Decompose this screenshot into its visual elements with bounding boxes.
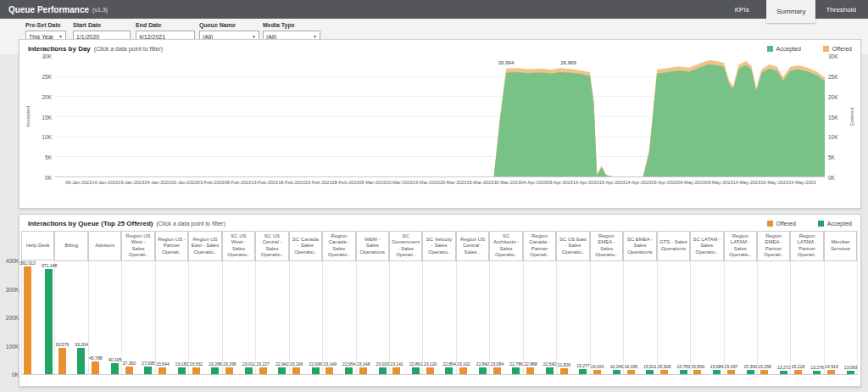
- x-axis-date: 09-May-2023: [705, 180, 732, 185]
- offered-bar[interactable]: [392, 367, 400, 374]
- accepted-bar[interactable]: [178, 367, 186, 374]
- offered-bar[interactable]: [159, 367, 166, 374]
- offered-bar[interactable]: [192, 367, 200, 374]
- x-axis-date: 04-Apr-2023: [520, 180, 547, 185]
- queue-header: SC LATAM - Sales Operatio..: [690, 231, 723, 261]
- offered-bar[interactable]: [58, 348, 66, 374]
- offered-bar[interactable]: [693, 370, 701, 374]
- queue-header: Region US East - Sales Operatio..: [188, 231, 221, 261]
- accepted-bar[interactable]: [144, 367, 152, 374]
- offered-bar[interactable]: [794, 370, 802, 374]
- y-axis-tick: 10K: [42, 134, 52, 140]
- legend-item[interactable]: Accepted: [818, 221, 852, 227]
- offered-bar[interactable]: [125, 367, 133, 374]
- queue-column: Region LATAM - Sales Operatio..15,43715,…: [725, 231, 758, 374]
- left-axis-title: Accepted: [23, 56, 33, 177]
- y-axis-tick: 0K: [12, 372, 19, 378]
- accepted-bar[interactable]: [546, 367, 554, 374]
- queue-column: Advisors45,78840,195: [89, 231, 122, 374]
- offered-bar[interactable]: [326, 367, 333, 374]
- accepted-bar[interactable]: [77, 348, 85, 374]
- accepted-bar[interactable]: [646, 370, 654, 374]
- offered-bar[interactable]: [560, 368, 568, 374]
- bar-value-label: 22,954: [342, 361, 356, 367]
- accepted-bar[interactable]: [579, 369, 587, 374]
- x-axis-dates: 09-Jan-202314-Jan-202319-Jan-202324-Jan-…: [55, 177, 825, 185]
- bar-group: 23,268: [209, 261, 222, 374]
- offered-bar[interactable]: [593, 370, 601, 375]
- queue-bars: 23,54423,182: [156, 261, 188, 374]
- end-date-label: End Date: [136, 22, 195, 28]
- accepted-bar[interactable]: [780, 371, 787, 374]
- bar-group: 23,148: [357, 261, 370, 374]
- tab-threshold[interactable]: Threshold: [815, 0, 866, 19]
- accepted-bar[interactable]: [445, 367, 453, 374]
- offered-bar[interactable]: [24, 266, 31, 374]
- queue-column: Billing93,57993,204: [55, 231, 88, 374]
- offered-bar[interactable]: [426, 367, 434, 374]
- bar-group: 22,988: [524, 261, 537, 374]
- offered-bar[interactable]: [827, 370, 835, 374]
- offered-bar[interactable]: [526, 367, 534, 374]
- area-series[interactable]: [55, 56, 825, 176]
- bar-group: 23,149: [323, 261, 337, 374]
- bar-group: 22,786: [509, 261, 523, 374]
- offered-bar[interactable]: [493, 367, 501, 374]
- accepted-bar[interactable]: [813, 371, 821, 374]
- accepted-bar[interactable]: [479, 367, 487, 374]
- accepted-bar[interactable]: [211, 367, 219, 374]
- offered-bar[interactable]: [92, 361, 99, 374]
- offered-bar[interactable]: [760, 370, 768, 374]
- accepted-bar[interactable]: [245, 367, 253, 374]
- accepted-bar[interactable]: [412, 367, 420, 374]
- offered-bar[interactable]: [459, 367, 467, 374]
- bar-group: 22,542: [543, 261, 557, 374]
- accepted-bar[interactable]: [747, 370, 754, 374]
- start-date-label: Start Date: [73, 22, 131, 28]
- queue-column: SC US East - Sales Operatio..21,82619,27…: [557, 231, 590, 374]
- accepted-bar[interactable]: [312, 367, 320, 374]
- legend-item[interactable]: Offered: [767, 221, 796, 227]
- accepted-bar[interactable]: [379, 367, 387, 374]
- queue-columns: Help Desk392,013371,148Billing93,57993,2…: [21, 231, 858, 375]
- accepted-bar[interactable]: [345, 367, 353, 374]
- x-axis-date: 09-Jan-2023: [65, 180, 92, 185]
- accepted-bar[interactable]: [613, 370, 620, 374]
- accepted-bar[interactable]: [847, 371, 854, 374]
- offered-bar[interactable]: [660, 370, 668, 374]
- bar-value-label: 23,268: [209, 361, 222, 367]
- bar-value-label: 15,928: [658, 364, 671, 369]
- queue-header: SC Government - Sales Operati..: [389, 231, 422, 261]
- accepted-bar[interactable]: [512, 367, 520, 374]
- bar-group: 22,954: [342, 261, 356, 374]
- queue-column: Member Services14,91913,093: [825, 231, 858, 374]
- queue-bars: 27,36027,095: [122, 261, 154, 374]
- bar-value-label: 21,826: [557, 362, 570, 367]
- queue-header: Region US West - Sales Operati..: [121, 231, 154, 261]
- accepted-bar[interactable]: [713, 370, 721, 374]
- offered-bar[interactable]: [727, 370, 735, 374]
- offered-bar[interactable]: [259, 367, 267, 374]
- queue-column: SC US Central - Sales Operatio..23,22722…: [256, 231, 289, 374]
- tab-kpis[interactable]: KPIs: [717, 0, 766, 19]
- tab-summary[interactable]: Summary: [766, 0, 815, 23]
- queue-header: Region EMEA - Partner Operati..: [757, 231, 790, 261]
- day-area-chart[interactable]: 26,99426,969: [55, 56, 825, 177]
- x-axis-date: 04-May-2023: [677, 180, 704, 185]
- accepted-bar[interactable]: [111, 363, 119, 374]
- offered-bar[interactable]: [225, 367, 233, 374]
- offered-bar[interactable]: [627, 370, 635, 374]
- legend-item[interactable]: Offered: [823, 46, 852, 52]
- accepted-area[interactable]: [55, 64, 825, 176]
- queue-column: Region US East - Sales Operatio..23,5322…: [189, 231, 222, 374]
- accepted-bar[interactable]: [680, 370, 687, 374]
- offered-bar[interactable]: [292, 367, 300, 374]
- accepted-bar[interactable]: [278, 367, 286, 374]
- bar-value-label: 93,204: [75, 342, 88, 347]
- accepted-bar[interactable]: [45, 269, 53, 374]
- queue-bars: 23,10222,842: [457, 261, 489, 374]
- bar-value-label: 15,218: [792, 364, 805, 369]
- offered-bar[interactable]: [359, 367, 367, 374]
- legend-item[interactable]: Accepted: [767, 46, 801, 52]
- bar-value-label: 23,084: [490, 361, 504, 367]
